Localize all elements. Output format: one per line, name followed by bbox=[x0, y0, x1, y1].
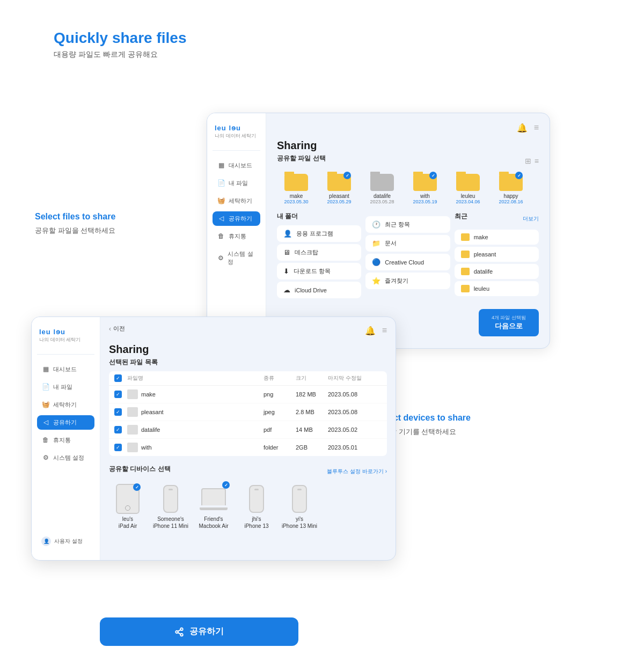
file-with-checkbox[interactable]: ✓ bbox=[114, 444, 122, 451]
my-folder-desktop[interactable]: 🖥 데스크탑 bbox=[277, 244, 361, 261]
back-sidebar-item-wash[interactable]: 🧺 세탁하기 bbox=[213, 194, 260, 208]
front-breadcrumb: ‹ 이전 bbox=[109, 325, 125, 333]
front-sidebar-label-share: 공유하기 bbox=[53, 418, 77, 426]
recent-folder-recent[interactable]: 🕐 최근 항목 bbox=[365, 216, 450, 233]
file-pleasant-date: 2023.05.08 bbox=[328, 409, 382, 415]
share-button-wrap: 공유하기 bbox=[100, 617, 298, 646]
folder-pleasant-icon: ✓ bbox=[327, 172, 351, 191]
device-iphone11-name: Someone'siPhone 11 Mini bbox=[153, 516, 188, 529]
recent-folder-docs-name: 문서 bbox=[385, 239, 397, 247]
select-all-checkbox[interactable]: ✓ bbox=[114, 374, 122, 382]
file-row-with[interactable]: ✓ with folder 2GB 2023.05.01 bbox=[109, 439, 387, 456]
back-sidebar-item-files[interactable]: 📄 내 파일 bbox=[213, 176, 260, 190]
front-logo-text: leu lɘu bbox=[39, 328, 92, 336]
recent-file-pleasant[interactable]: pleasant bbox=[455, 247, 539, 262]
back-sidebar-item-dashboard[interactable]: ▦ 대시보드 bbox=[213, 158, 260, 173]
front-file-table: ✓ 파일명 종류 크기 마지막 수정일 ✓ make png 182 MB 20… bbox=[109, 371, 387, 456]
recent-file-datalife-name: datalife bbox=[474, 268, 493, 275]
recent-file-make-name: make bbox=[474, 234, 488, 240]
bell-icon[interactable]: 🔔 bbox=[517, 123, 528, 133]
folder-with-check: ✓ bbox=[429, 172, 437, 179]
col-date: 마지막 수정일 bbox=[328, 374, 382, 382]
file-pleasant-checkbox[interactable]: ✓ bbox=[114, 408, 122, 416]
front-sidebar-item-trash[interactable]: 🗑 휴지통 bbox=[37, 433, 94, 447]
back-sidebar-item-trash[interactable]: 🗑 휴지통 bbox=[213, 229, 260, 244]
folder-datalife-shape bbox=[370, 174, 394, 191]
recent-file-leuleu-name: leuleu bbox=[474, 285, 489, 292]
folder-make[interactable]: make 2023.05.30 bbox=[277, 172, 316, 204]
back-recent-files: 최근 더보기 make pleasant datalife leul bbox=[455, 212, 539, 298]
file-datalife-size: 14 MB bbox=[296, 426, 328, 433]
front-window: leu lɘu 나의 데이터 세탁기 ▦ 대시보드 📄 내 파일 🧺 세탁하기 … bbox=[31, 317, 396, 561]
back-sidebar-item-share[interactable]: ◁ 공유하기 bbox=[213, 211, 260, 226]
my-folder-apps-name: 응용 프로그램 bbox=[296, 230, 333, 238]
back-sidebar-label-wash: 세탁하기 bbox=[229, 197, 252, 205]
folder-with-date: 2023.05.19 bbox=[413, 199, 437, 204]
laptop-wrap bbox=[200, 488, 228, 510]
recent-file-datalife[interactable]: datalife bbox=[455, 264, 539, 279]
folder-with[interactable]: ✓ with 2023.05.19 bbox=[406, 172, 444, 204]
docs-icon: 📁 bbox=[372, 239, 380, 247]
front-sidebar-item-share[interactable]: ◁ 공유하기 bbox=[37, 415, 94, 430]
breadcrumb-back[interactable]: 이전 bbox=[113, 325, 125, 333]
device-ipad-air[interactable]: ✓ leu'siPad Air bbox=[109, 482, 147, 529]
menu-icon[interactable]: ≡ bbox=[534, 123, 539, 133]
file-datalife-checkbox[interactable]: ✓ bbox=[114, 426, 122, 433]
list-view-icon[interactable]: ≡ bbox=[535, 157, 539, 165]
folder-pleasant[interactable]: ✓ pleasant 2023.05.29 bbox=[320, 172, 358, 204]
folder-pleasant-name: pleasant bbox=[329, 193, 349, 199]
recent-folder-favorites[interactable]: ⭐ 즐겨찾기 bbox=[365, 273, 450, 289]
my-folder-downloads[interactable]: ⬇ 다운로드 항목 bbox=[277, 263, 361, 279]
file-row-datalife[interactable]: ✓ datalife pdf 14 MB 2023.05.02 bbox=[109, 421, 387, 439]
device-iphone11[interactable]: Someone'siPhone 11 Mini bbox=[152, 482, 189, 529]
recent-file-make[interactable]: make bbox=[455, 230, 539, 245]
file-make-size: 182 MB bbox=[296, 391, 328, 398]
cc-icon: 🔵 bbox=[372, 258, 380, 266]
file-row-make[interactable]: ✓ make png 182 MB 2023.05.08 bbox=[109, 386, 387, 403]
front-sidebar-item-settings[interactable]: ⚙ 시스템 설정 bbox=[37, 451, 94, 465]
file-make-checkbox[interactable]: ✓ bbox=[114, 391, 122, 398]
recent-file-make-icon bbox=[461, 233, 470, 241]
device-iphone13[interactable]: jhi'siPhone 13 bbox=[238, 482, 275, 529]
back-main: 🔔 ≡ Sharing 공유할 파일 선택 ⊞ ≡ make 2023.05.3… bbox=[266, 113, 550, 348]
back-next-button[interactable]: 4개 파일 선택됨 다음으로 bbox=[479, 309, 539, 336]
folder-leuleu[interactable]: leuleu 2023.04.06 bbox=[449, 172, 487, 204]
front-menu-icon[interactable]: ≡ bbox=[382, 326, 387, 336]
file-datalife-name-cell: datalife bbox=[127, 425, 264, 435]
my-folder-apps[interactable]: 👤 응용 프로그램 bbox=[277, 225, 361, 242]
device-macbook[interactable]: ✓ Friend'sMacbook Air bbox=[195, 482, 232, 529]
share-button[interactable]: 공유하기 bbox=[100, 617, 298, 646]
bluetooth-link[interactable]: 블루투스 설정 바로가기 › bbox=[327, 468, 387, 475]
back-view-toggle: ⊞ ≡ bbox=[525, 157, 539, 165]
front-bell-icon[interactable]: 🔔 bbox=[365, 326, 376, 336]
front-sidebar-item-files[interactable]: 📄 내 파일 bbox=[37, 380, 94, 394]
recent-folder-docs[interactable]: 📁 문서 bbox=[365, 235, 450, 252]
grid-view-icon[interactable]: ⊞ bbox=[525, 157, 531, 165]
dashboard-icon: ▦ bbox=[217, 161, 225, 169]
files-icon: 📄 bbox=[217, 179, 225, 187]
file-pleasant-thumb bbox=[127, 407, 138, 417]
front-sidebar-item-dashboard[interactable]: ▦ 대시보드 bbox=[37, 362, 94, 377]
file-make-type: png bbox=[264, 391, 296, 398]
device-iphone13mini[interactable]: yi'siPhone 13 Mini bbox=[281, 482, 318, 529]
recent-file-leuleu-icon bbox=[461, 285, 470, 292]
file-datalife-thumb bbox=[127, 425, 138, 435]
back-sidebar-item-settings[interactable]: ⚙ 시스템 설정 bbox=[213, 247, 260, 269]
col-type: 종류 bbox=[264, 374, 296, 382]
my-folder-icloud[interactable]: ☁ iCloud Drive bbox=[277, 282, 361, 298]
file-row-pleasant[interactable]: ✓ pleasant jpeg 2.8 MB 2023.05.08 bbox=[109, 403, 387, 421]
back-section-label: 공유할 파일 선택 bbox=[277, 154, 326, 163]
folder-happy[interactable]: ✓ happy 2022.08.16 bbox=[492, 172, 530, 204]
recent-file-leuleu[interactable]: leuleu bbox=[455, 281, 539, 296]
front-sharing-title: Sharing bbox=[109, 343, 387, 356]
back-more-link[interactable]: 더보기 bbox=[523, 215, 539, 223]
front-sidebar-item-wash[interactable]: 🧺 세탁하기 bbox=[37, 398, 94, 412]
front-user-settings[interactable]: 👤 사용자 설정 bbox=[37, 533, 94, 549]
my-folder-downloads-name: 다운로드 항목 bbox=[294, 267, 331, 275]
folder-datalife[interactable]: datalife 2023.05.28 bbox=[363, 172, 401, 204]
front-sidebar-divider bbox=[37, 354, 94, 355]
recent-folder-cc-name: Creative Cloud bbox=[385, 259, 424, 266]
recent-folder-cc[interactable]: 🔵 Creative Cloud bbox=[365, 254, 450, 270]
front-device-grid: ✓ leu'siPad Air Someone'siPhone 11 Mini bbox=[109, 482, 387, 529]
file-pleasant-name-cell: pleasant bbox=[127, 407, 264, 417]
